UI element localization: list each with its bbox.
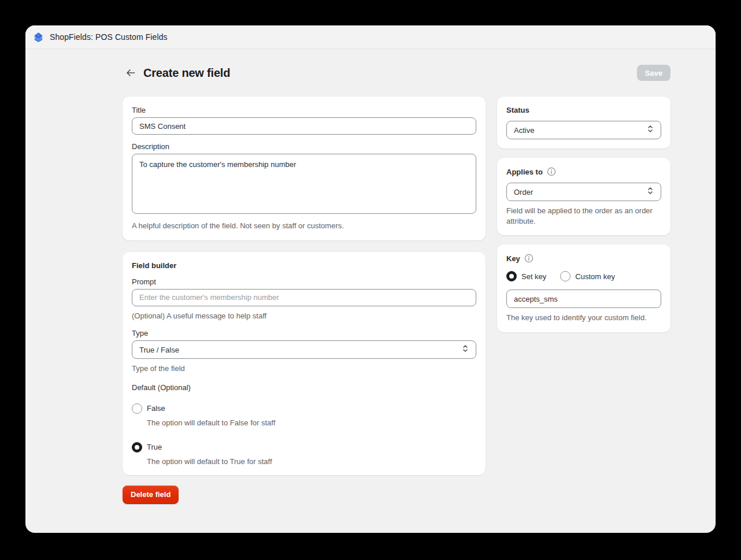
prompt-label: Prompt [132,277,476,286]
field-builder-card: Field builder Prompt (Optional) A useful… [123,252,486,475]
custom-key-radio[interactable]: Custom key [560,271,615,281]
field-builder-heading: Field builder [132,261,476,270]
key-heading: Key [506,254,520,263]
delete-field-button[interactable]: Delete field [123,485,179,504]
key-card: Key Set key [497,244,670,332]
description-label: Description [132,142,476,151]
status-select-value: Active [514,126,534,135]
main-column: Title Description To capture the custome… [123,97,486,504]
radio-unchecked-icon[interactable] [132,403,142,414]
set-key-radio[interactable]: Set key [506,271,546,281]
radio-unchecked-icon[interactable] [560,271,570,281]
applies-to-select[interactable]: Order [506,183,661,201]
app-topbar: ShopFields: POS Custom Fields [25,25,716,49]
side-column: Status Active [497,97,670,332]
set-key-label: Set key [521,272,546,281]
applies-to-card: Applies to Order [497,158,670,235]
description-textarea[interactable]: To capture the customer's membership num… [132,154,476,214]
app-window: ShopFields: POS Custom Fields Create new… [25,25,716,533]
select-updown-icon [462,344,469,355]
type-label: Type [132,329,476,338]
title-label: Title [132,106,476,114]
key-input[interactable] [506,290,661,308]
applies-to-help-text: Field will be applied to the order as an… [506,206,661,226]
save-button[interactable]: Save [637,65,670,81]
default-false-help: The option will default to False for sta… [147,418,476,427]
info-icon[interactable] [524,254,533,263]
app-title: ShopFields: POS Custom Fields [50,32,168,42]
key-help-text: The key used to identify your custom fie… [506,313,661,323]
default-true-label: True [147,443,162,451]
applies-to-heading: Applies to [506,168,543,176]
select-updown-icon [647,125,654,135]
applies-to-select-value: Order [514,188,533,196]
description-help-text: A helpful description of the field. Not … [132,221,476,231]
status-select[interactable]: Active [506,121,661,139]
prompt-input[interactable] [132,289,476,306]
page-title: Create new field [143,66,230,80]
type-help-text: Type of the field [132,364,476,374]
type-select-value: True / False [139,346,179,354]
default-true-help: The option will default to True for staf… [147,457,476,466]
default-option-false: False The option will default to False f… [132,403,476,427]
info-icon[interactable] [547,167,556,176]
status-card: Status Active [497,97,670,149]
app-layers-icon [32,31,45,43]
radio-checked-icon[interactable] [132,442,142,453]
select-updown-icon [647,187,654,197]
title-input[interactable] [132,117,476,135]
radio-checked-icon[interactable] [506,271,517,281]
default-option-true: True The option will default to True for… [132,442,476,466]
page-header: Create new field Save [123,64,670,81]
default-false-label: False [147,404,165,413]
default-label: Default (Optional) [132,383,476,392]
back-arrow-icon[interactable] [123,65,139,81]
status-heading: Status [506,106,529,114]
prompt-help-text: (Optional) A useful message to help staf… [132,311,476,321]
default-true-radio[interactable]: True [132,442,476,453]
type-select[interactable]: True / False [132,340,476,359]
default-false-radio[interactable]: False [132,403,476,414]
custom-key-label: Custom key [575,272,615,281]
field-details-card: Title Description To capture the custome… [123,97,486,240]
